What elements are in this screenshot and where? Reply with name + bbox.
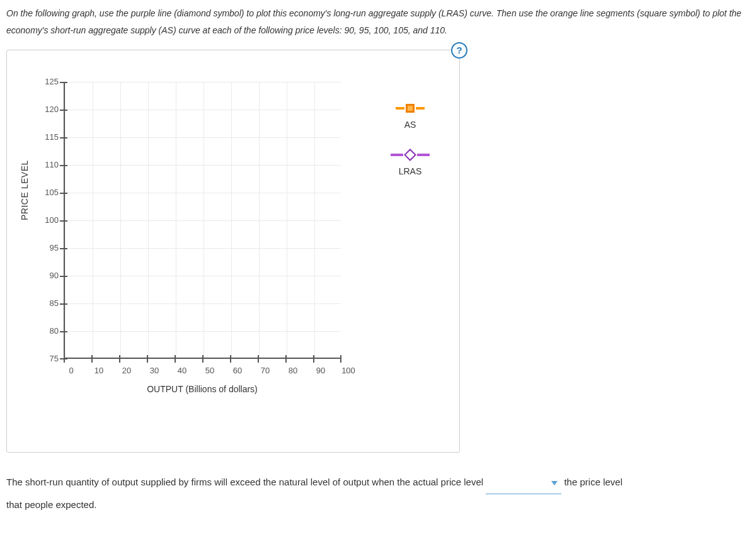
followup-text-line2: that people expected. — [6, 499, 96, 510]
legend: AS LRAS — [372, 101, 448, 194]
follow-up-question: The short-run quantity of output supplie… — [6, 472, 750, 515]
x-tick: 20 — [113, 366, 140, 375]
plot-area[interactable]: 125 120 115 110 105 100 95 90 85 80 75 0… — [64, 82, 341, 359]
y-tick: 120 — [33, 105, 59, 133]
plot-grid — [64, 82, 341, 359]
x-tick: 40 — [168, 366, 196, 375]
y-tick: 125 — [33, 77, 59, 105]
x-tick: 80 — [279, 366, 307, 375]
y-axis-ticks: 125 120 115 110 105 100 95 90 85 80 75 — [33, 77, 59, 382]
help-button[interactable]: ? — [451, 42, 467, 59]
x-axis-label: OUTPUT (Billions of dollars) — [64, 384, 341, 394]
graph-panel: ? PRICE LEVEL 125 120 115 110 105 — [6, 50, 460, 453]
y-tick: 105 — [33, 188, 59, 216]
y-tick: 90 — [33, 271, 59, 299]
y-tick: 85 — [33, 299, 59, 327]
x-tick: 50 — [196, 366, 224, 375]
x-tick: 70 — [251, 366, 279, 375]
legend-item-lras[interactable]: LRAS — [372, 147, 448, 176]
x-tick: 90 — [307, 366, 335, 375]
x-tick: 30 — [140, 366, 168, 375]
x-tick: 0 — [57, 366, 85, 375]
y-tick: 110 — [33, 161, 59, 188]
legend-item-as[interactable]: AS — [372, 101, 448, 130]
y-tick: 75 — [33, 354, 59, 382]
square-icon — [372, 101, 448, 116]
legend-label-lras: LRAS — [372, 166, 448, 176]
followup-text-after: the price level — [564, 477, 622, 487]
followup-text-before: The short-run quantity of output supplie… — [6, 477, 486, 487]
y-tick: 100 — [33, 216, 59, 244]
y-axis-label: PRICE LEVEL — [20, 160, 30, 220]
instruction-text: On the following graph, use the purple l… — [6, 5, 750, 38]
x-axis-ticks: 0 10 20 30 40 50 60 70 80 90 100 — [57, 366, 362, 375]
x-tick: 10 — [85, 366, 113, 375]
answer-dropdown[interactable] — [486, 472, 561, 494]
y-tick: 95 — [33, 244, 59, 271]
legend-label-as: AS — [372, 120, 448, 130]
chevron-down-icon — [551, 481, 558, 485]
help-icon: ? — [456, 45, 462, 55]
x-tick: 100 — [335, 366, 362, 375]
diamond-icon — [372, 147, 448, 162]
y-tick: 80 — [33, 327, 59, 354]
y-tick: 115 — [33, 133, 59, 161]
x-tick: 60 — [224, 366, 251, 375]
